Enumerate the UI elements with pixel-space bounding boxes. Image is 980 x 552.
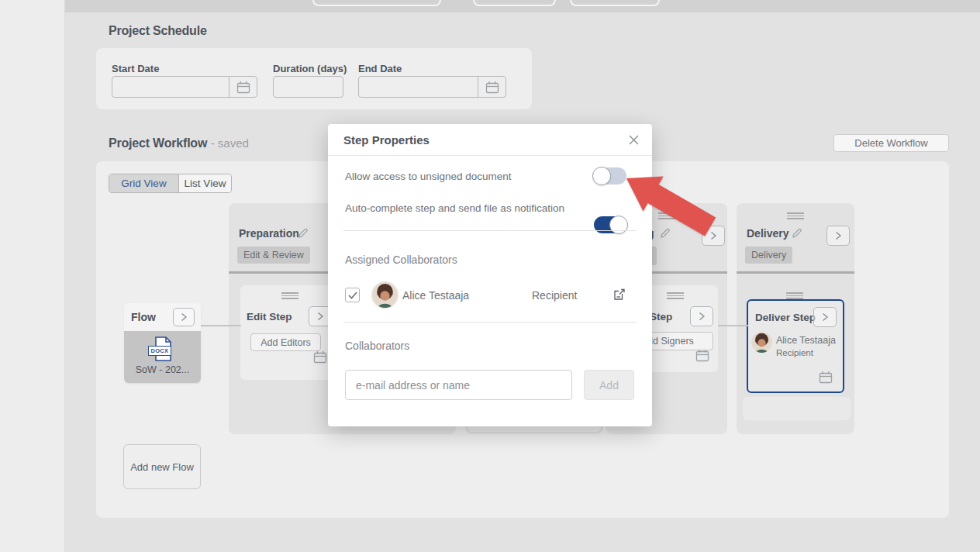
duration-label: Duration (days) [273,63,347,74]
flow-card-header: Flow [124,303,201,331]
pencil-icon[interactable] [297,227,309,240]
pencil-icon[interactable] [659,227,671,240]
toggle-knob [592,167,611,185]
pencil-icon[interactable] [791,227,803,240]
drag-handle-icon[interactable] [658,212,675,219]
chevron-right-icon [821,312,829,322]
start-date-input-group [112,76,257,98]
collaborator-checkbox[interactable] [345,288,360,302]
step-open-button[interactable] [813,307,837,327]
column-title: Preparation [239,227,299,240]
step-assignee-name: Alice Testaaja [776,335,836,346]
start-date-input[interactable] [112,77,229,97]
top-tab-stub[interactable] [312,0,441,6]
column-title: Delivery [747,227,788,240]
flow-card[interactable]: Flow DOCX SoW - 202... [124,303,201,383]
collaborators-heading: Collaborators [345,340,409,352]
modal-header: Step Properties [328,124,652,156]
end-date-input-group [358,76,506,98]
column-divider [737,271,854,274]
flow-connector-line [201,325,241,326]
delete-workflow-button[interactable]: Delete Workflow [833,134,949,152]
auto-complete-label: Auto-complete step and send file as noti… [345,202,564,214]
add-collaborator-button[interactable]: Add [584,370,634,400]
workflow-saved-status: - saved [211,136,249,150]
chevron-right-icon [180,312,188,322]
flow-card-body: DOCX SoW - 202... [124,331,201,383]
add-new-flow-button[interactable]: Add new Flow [123,444,201,489]
step-title: Deliver Step [755,312,816,323]
workflow-column-delivery: Delivery Delivery Deliver Step Alice Tes… [737,203,854,434]
column-type-badge: Edit & Review [237,247,310,264]
avatar [372,282,398,308]
drag-handle-icon[interactable] [281,292,298,299]
schedule-panel: Start Date Duration (days) End Date [96,48,532,109]
workflow-section-title: Project Workflow [109,136,207,150]
toggle-knob [609,216,628,234]
collaborator-role: Recipient [532,289,577,302]
unsigned-access-label: Allow access to unsigned document [345,171,512,182]
drag-handle-icon[interactable] [786,292,803,299]
grid-view-tab[interactable]: Grid View [109,174,178,192]
step-properties-modal: Step Properties Allow access to unsigned… [328,124,652,426]
flow-file-name: SoW - 202... [136,364,189,375]
schedule-section-title: Project Schedule [109,24,207,38]
avatar [751,332,772,353]
collaborator-name: Alice Testaaja [402,289,469,302]
chevron-right-icon [834,231,842,240]
start-date-label: Start Date [112,63,159,74]
end-date-input[interactable] [359,77,478,97]
step-open-button[interactable] [690,306,713,326]
top-tab-stub[interactable] [473,0,556,6]
app-screen: Project Schedule Start Date Duration (da… [0,0,980,552]
export-icon[interactable] [612,288,626,302]
step-connector-line [718,325,748,326]
check-icon [348,292,357,299]
chevron-right-icon [698,312,706,321]
docx-label: DOCX [148,346,172,356]
modal-title: Step Properties [343,133,430,147]
calendar-icon [485,81,499,94]
docx-file-icon: DOCX [150,336,176,362]
workflow-header: Project Workflow - saved [109,136,249,150]
add-editors-button[interactable]: Add Editors [250,333,321,351]
deliver-step-selected-card[interactable]: Deliver Step Alice Testaaja Recipient [747,299,844,393]
step-assignee-role: Recipient [776,348,813,357]
drag-handle-icon[interactable] [667,292,684,299]
unsigned-access-toggle[interactable] [594,167,626,185]
close-icon[interactable] [628,134,640,146]
top-tab-stub[interactable] [570,0,660,6]
column-bottom-button[interactable] [743,397,851,420]
drag-handle-icon[interactable] [787,212,804,219]
column-open-button[interactable] [826,226,850,246]
calendar-icon[interactable] [819,371,833,384]
step-title-fragment: Step [650,311,672,323]
column-open-button[interactable] [702,226,725,246]
view-toggle: Grid View List View [109,174,232,193]
chevron-right-icon [316,312,324,321]
start-date-calendar-button[interactable] [229,77,257,97]
column-type-badge: Delivery [745,247,792,264]
calendar-icon[interactable] [313,350,327,364]
modal-divider [343,230,637,231]
edit-step-card[interactable]: Edit Step Add Editors [240,285,340,380]
step-title: Edit Step [247,311,292,323]
chevron-right-icon [709,231,717,240]
calendar-icon [236,81,250,94]
assigned-collaborators-heading: Assigned Collaborators [345,254,457,266]
flow-open-button[interactable] [173,308,195,326]
calendar-icon[interactable] [695,349,709,362]
list-view-tab[interactable]: List View [178,174,231,192]
duration-input-group [273,76,343,98]
modal-divider [343,322,637,323]
end-date-calendar-button[interactable] [478,77,506,97]
end-date-label: End Date [358,63,402,74]
duration-input[interactable] [274,77,343,97]
collaborator-email-input[interactable] [345,370,572,400]
left-sidebar [0,0,65,552]
flow-title: Flow [131,311,156,323]
